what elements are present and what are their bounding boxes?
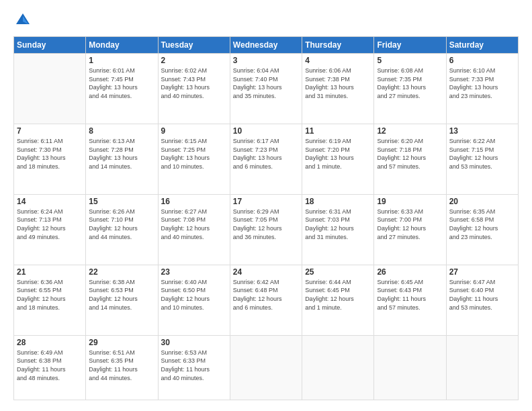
calendar-cell: 30Sunrise: 6:53 AMSunset: 6:33 PMDayligh… [158, 335, 230, 400]
day-info: Sunrise: 6:11 AMSunset: 7:30 PMDaylight:… [17, 137, 83, 171]
day-info: Sunrise: 6:13 AMSunset: 7:28 PMDaylight:… [89, 137, 154, 171]
calendar-week-row: 7Sunrise: 6:11 AMSunset: 7:30 PMDaylight… [14, 124, 519, 194]
col-header-friday: Friday [374, 37, 446, 54]
day-info: Sunrise: 6:26 AMSunset: 7:10 PMDaylight:… [89, 208, 154, 241]
day-number: 29 [89, 338, 154, 347]
col-header-sunday: Sunday [14, 37, 86, 54]
day-number: 1 [89, 56, 154, 65]
day-number: 25 [305, 267, 371, 277]
calendar-cell: 25Sunrise: 6:44 AMSunset: 6:45 PMDayligh… [302, 265, 374, 335]
calendar-cell: 8Sunrise: 6:13 AMSunset: 7:28 PMDaylight… [86, 124, 158, 194]
calendar-cell: 20Sunrise: 6:35 AMSunset: 6:58 PMDayligh… [446, 194, 518, 265]
calendar-cell: 2Sunrise: 6:02 AMSunset: 7:43 PMDaylight… [158, 54, 230, 124]
col-header-wednesday: Wednesday [230, 37, 302, 54]
day-number: 23 [161, 267, 227, 277]
calendar-cell [446, 335, 518, 400]
day-number: 8 [89, 126, 154, 136]
calendar-week-row: 1Sunrise: 6:01 AMSunset: 7:45 PMDaylight… [14, 54, 519, 124]
day-number: 22 [89, 267, 154, 277]
day-info: Sunrise: 6:04 AMSunset: 7:40 PMDaylight:… [233, 66, 299, 100]
calendar-cell [230, 335, 302, 400]
day-info: Sunrise: 6:40 AMSunset: 6:50 PMDaylight:… [161, 278, 227, 312]
calendar-cell: 26Sunrise: 6:45 AMSunset: 6:43 PMDayligh… [374, 265, 446, 335]
day-info: Sunrise: 6:20 AMSunset: 7:18 PMDaylight:… [377, 137, 443, 171]
calendar-cell: 3Sunrise: 6:04 AMSunset: 7:40 PMDaylight… [230, 54, 302, 124]
day-info: Sunrise: 6:27 AMSunset: 7:08 PMDaylight:… [161, 208, 227, 241]
day-info: Sunrise: 6:31 AMSunset: 7:03 PMDaylight:… [305, 208, 371, 241]
calendar-cell: 15Sunrise: 6:26 AMSunset: 7:10 PMDayligh… [86, 194, 158, 265]
day-info: Sunrise: 6:51 AMSunset: 6:35 PMDaylight:… [89, 349, 154, 382]
day-number: 5 [377, 56, 443, 65]
day-number: 3 [233, 56, 299, 65]
calendar-cell: 16Sunrise: 6:27 AMSunset: 7:08 PMDayligh… [158, 194, 230, 265]
day-number: 26 [377, 267, 443, 277]
day-info: Sunrise: 6:19 AMSunset: 7:20 PMDaylight:… [305, 137, 371, 171]
calendar-cell: 29Sunrise: 6:51 AMSunset: 6:35 PMDayligh… [86, 335, 158, 400]
day-number: 11 [305, 126, 371, 136]
calendar-cell [14, 54, 86, 124]
day-number: 20 [449, 197, 515, 206]
calendar-cell: 24Sunrise: 6:42 AMSunset: 6:48 PMDayligh… [230, 265, 302, 335]
day-info: Sunrise: 6:38 AMSunset: 6:53 PMDaylight:… [89, 278, 154, 312]
day-number: 2 [161, 56, 227, 65]
calendar-cell: 12Sunrise: 6:20 AMSunset: 7:18 PMDayligh… [374, 124, 446, 194]
calendar-cell: 6Sunrise: 6:10 AMSunset: 7:33 PMDaylight… [446, 54, 518, 124]
logo-icon [13, 11, 32, 30]
day-number: 28 [17, 338, 83, 347]
calendar-cell: 10Sunrise: 6:17 AMSunset: 7:23 PMDayligh… [230, 124, 302, 194]
day-info: Sunrise: 6:22 AMSunset: 7:15 PMDaylight:… [449, 137, 515, 171]
calendar-cell: 22Sunrise: 6:38 AMSunset: 6:53 PMDayligh… [86, 265, 158, 335]
day-info: Sunrise: 6:17 AMSunset: 7:23 PMDaylight:… [233, 137, 299, 171]
calendar-cell: 7Sunrise: 6:11 AMSunset: 7:30 PMDaylight… [14, 124, 86, 194]
calendar-cell: 18Sunrise: 6:31 AMSunset: 7:03 PMDayligh… [302, 194, 374, 265]
calendar-cell: 27Sunrise: 6:47 AMSunset: 6:40 PMDayligh… [446, 265, 518, 335]
calendar-cell [302, 335, 374, 400]
day-number: 21 [17, 267, 83, 277]
calendar-cell: 9Sunrise: 6:15 AMSunset: 7:25 PMDaylight… [158, 124, 230, 194]
day-info: Sunrise: 6:35 AMSunset: 6:58 PMDaylight:… [449, 208, 515, 241]
day-info: Sunrise: 6:06 AMSunset: 7:38 PMDaylight:… [305, 66, 371, 100]
day-number: 19 [377, 197, 443, 206]
day-number: 9 [161, 126, 227, 136]
day-number: 4 [305, 56, 371, 65]
day-number: 13 [449, 126, 515, 136]
day-info: Sunrise: 6:42 AMSunset: 6:48 PMDaylight:… [233, 278, 299, 312]
calendar-cell: 28Sunrise: 6:49 AMSunset: 6:38 PMDayligh… [14, 335, 86, 400]
col-header-saturday: Saturday [446, 37, 518, 54]
day-info: Sunrise: 6:44 AMSunset: 6:45 PMDaylight:… [305, 278, 371, 312]
day-info: Sunrise: 6:08 AMSunset: 7:35 PMDaylight:… [377, 66, 443, 100]
col-header-monday: Monday [86, 37, 158, 54]
day-number: 16 [161, 197, 227, 206]
calendar-table: SundayMondayTuesdayWednesdayThursdayFrid… [13, 36, 519, 400]
day-number: 6 [449, 56, 515, 65]
col-header-tuesday: Tuesday [158, 37, 230, 54]
calendar-cell: 19Sunrise: 6:33 AMSunset: 7:00 PMDayligh… [374, 194, 446, 265]
calendar-week-row: 14Sunrise: 6:24 AMSunset: 7:13 PMDayligh… [14, 194, 519, 265]
day-number: 15 [89, 197, 154, 206]
calendar-cell: 4Sunrise: 6:06 AMSunset: 7:38 PMDaylight… [302, 54, 374, 124]
calendar-header-row: SundayMondayTuesdayWednesdayThursdayFrid… [14, 37, 519, 54]
day-info: Sunrise: 6:02 AMSunset: 7:43 PMDaylight:… [161, 66, 227, 100]
day-number: 7 [17, 126, 83, 136]
day-number: 12 [377, 126, 443, 136]
day-info: Sunrise: 6:47 AMSunset: 6:40 PMDaylight:… [449, 278, 515, 312]
calendar-cell: 23Sunrise: 6:40 AMSunset: 6:50 PMDayligh… [158, 265, 230, 335]
day-info: Sunrise: 6:33 AMSunset: 7:00 PMDaylight:… [377, 208, 443, 241]
day-info: Sunrise: 6:10 AMSunset: 7:33 PMDaylight:… [449, 66, 515, 100]
day-info: Sunrise: 6:24 AMSunset: 7:13 PMDaylight:… [17, 208, 83, 241]
day-number: 18 [305, 197, 371, 206]
day-info: Sunrise: 6:53 AMSunset: 6:33 PMDaylight:… [161, 349, 227, 382]
calendar-week-row: 28Sunrise: 6:49 AMSunset: 6:38 PMDayligh… [14, 335, 519, 400]
day-info: Sunrise: 6:01 AMSunset: 7:45 PMDaylight:… [89, 66, 154, 100]
calendar-week-row: 21Sunrise: 6:36 AMSunset: 6:55 PMDayligh… [14, 265, 519, 335]
calendar-cell: 17Sunrise: 6:29 AMSunset: 7:05 PMDayligh… [230, 194, 302, 265]
calendar-cell: 21Sunrise: 6:36 AMSunset: 6:55 PMDayligh… [14, 265, 86, 335]
day-number: 24 [233, 267, 299, 277]
col-header-thursday: Thursday [302, 37, 374, 54]
day-number: 30 [161, 338, 227, 347]
day-number: 17 [233, 197, 299, 206]
day-number: 10 [233, 126, 299, 136]
calendar-cell: 1Sunrise: 6:01 AMSunset: 7:45 PMDaylight… [86, 54, 158, 124]
calendar-cell: 11Sunrise: 6:19 AMSunset: 7:20 PMDayligh… [302, 124, 374, 194]
header [13, 11, 519, 30]
